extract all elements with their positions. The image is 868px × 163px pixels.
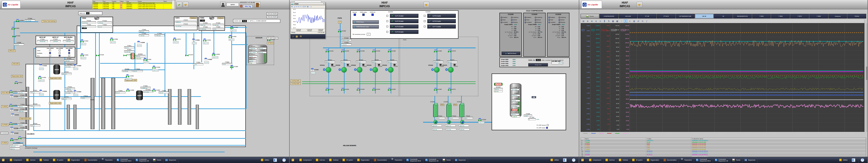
valve[interactable]: XV4399	[9, 105, 12, 107]
axis-p[interactable]: P4.0003.8003.6003.4003.2003.0002.8002.60…	[581, 23, 591, 132]
trend-toolbar-icon[interactable]: N	[641, 19, 644, 23]
taskbar-item[interactable]: Trends	[441, 157, 453, 163]
valve[interactable]: XV4527	[15, 82, 18, 84]
legend-row[interactable]: 5 TT5300 57.05 4/29/2025 12:53:21 PM	[581, 141, 866, 143]
taskbar-item[interactable]: Parameters	[679, 157, 694, 163]
vlp-enable-button[interactable]: VLP3 Enable	[390, 25, 418, 28]
trend-tool-icon[interactable]: ⊕	[296, 6, 297, 7]
valve[interactable]: CV358091.0 %	[110, 39, 113, 41]
adsorber-vessel[interactable]: A3510	[53, 90, 60, 100]
available-checkbox[interactable]	[386, 20, 388, 22]
trend-tool-icon[interactable]: ⇅	[305, 6, 306, 7]
valve[interactable]: CV35200.0 %	[39, 65, 42, 67]
legend-row[interactable]: 11 EH3484 67.00 [L] 4/29/2025 12:53:06 P…	[581, 152, 866, 154]
valve[interactable]: XV2314	[326, 89, 329, 91]
dock-icon[interactable]: ▦	[296, 35, 298, 38]
adsorber-vessel[interactable]: A3520	[53, 64, 60, 74]
vacuum-pump[interactable]: VP2320MTSH2320	[339, 66, 347, 73]
trend-legend-table[interactable]: NameY valueX value/time stamp 4 CV3482 1…	[581, 138, 866, 157]
valve[interactable]: XV2359	[388, 51, 391, 53]
taskbar-item[interactable]	[561, 157, 570, 163]
trend-tab[interactable]: PT CB	[638, 14, 656, 19]
taskbar-item[interactable]: Trends	[151, 157, 163, 163]
valve[interactable]: CV3200100.0 %	[478, 119, 482, 121]
taskbar-item[interactable]	[579, 157, 587, 163]
taskbar-item[interactable]: Compressors	[298, 157, 314, 163]
vlp-enable-button[interactable]: VLP7 Enable	[427, 25, 456, 28]
vacuum-pump[interactable]: VP2310MTSH2310	[323, 66, 332, 73]
turbine-t3590[interactable]: T3590 Turbines 1.003 ST35901533 HzPT4250…	[199, 17, 225, 31]
mecos-reset-button[interactable]: MECOS Reset	[502, 52, 520, 55]
valve[interactable]: CV35950.0 %	[204, 59, 207, 61]
legend-row[interactable]: 10 EH3543 39.00 [L] 4/29/2025 12:53:06 P…	[581, 150, 866, 152]
trend-tab[interactable]: T 3570	[790, 14, 809, 19]
trend-tool-icon[interactable]: ▣	[307, 6, 309, 7]
valve[interactable]: CV3382	[230, 66, 234, 69]
taskbar-item[interactable]: Sequences	[743, 157, 758, 163]
trend-tool-icon[interactable]: ⊕	[298, 6, 299, 7]
turbine-t3570[interactable]: T3570 Turbines ST35701598 HzPT427011.44 …	[174, 17, 197, 30]
trend-toolbar-icon[interactable]: ≡	[628, 19, 631, 23]
silence-horn-button[interactable]	[637, 2, 643, 7]
valve[interactable]: EV4506	[11, 28, 15, 30]
trend-toolbar-icon[interactable]: ‖	[624, 19, 627, 23]
valve[interactable]: XV2354	[388, 89, 391, 91]
valve[interactable]: CV23030.0 %	[311, 70, 314, 72]
legend-row[interactable]: 12 EH3587 66.20 [L] 4/29/2025 12:53:06 P…	[581, 154, 866, 156]
tab-trends[interactable]: Trends	[581, 14, 599, 19]
axis-speed[interactable]: Speed40003800360034003200300028002600240…	[600, 23, 610, 132]
valve[interactable]: XV2319	[326, 51, 329, 53]
vlp-enable-button[interactable]: VLP4 Enable	[390, 30, 418, 34]
taskbar-item[interactable]: Commands Sequences CB	[134, 157, 151, 163]
axis-p-bis[interactable]: P bis120.00115.00110.00105.00100.0095.00…	[620, 23, 630, 132]
valve[interactable]: XV2329	[341, 51, 344, 53]
heater-eh3207[interactable]	[512, 109, 518, 111]
circulation-pump[interactable]	[460, 120, 464, 124]
taskbar-item[interactable]: Commands Sequences WCS	[694, 157, 713, 163]
dock-icon[interactable]: ⚙	[300, 35, 302, 38]
trend-tab[interactable]: VACUUM	[619, 14, 638, 19]
valve[interactable]: CV35490.0 %	[137, 42, 140, 44]
trend-tab[interactable]: T 3560	[771, 14, 790, 19]
valve[interactable]: CV35290.0 %	[73, 65, 76, 67]
s600-value[interactable]: 4.8	[86, 12, 89, 14]
taskbar-item[interactable]	[0, 157, 8, 163]
valve[interactable]: XV2371	[448, 89, 451, 91]
sp-value[interactable]: 75.00	[242, 20, 247, 22]
valve[interactable]: HV3369	[123, 55, 127, 57]
valve[interactable]: HV3339	[96, 55, 99, 57]
available-checkbox[interactable]	[386, 31, 388, 33]
trend-tool-icon[interactable]: ◔	[309, 6, 310, 7]
valve[interactable]: XV4501	[10, 96, 13, 98]
valve[interactable]: XV2339	[357, 51, 360, 53]
vacuum-pump[interactable]: VP2350MTSH2350	[385, 66, 394, 73]
trend-tab[interactable]: TRASH	[847, 14, 866, 19]
trend-toolbar-icon[interactable]: ⊖	[594, 19, 598, 23]
trend-tool-icon[interactable]: ▤	[291, 6, 293, 7]
taskbar-item[interactable]: Regeneration	[355, 157, 372, 163]
valve[interactable]: EV4309	[18, 138, 21, 140]
valve[interactable]: XV4315	[11, 115, 14, 117]
vacuum-pump[interactable]: VP2340MTSH2340	[370, 66, 379, 73]
trend-toolbar-icon[interactable]: ◔	[620, 19, 623, 23]
trend-tab[interactable]: Analyseur	[828, 14, 847, 19]
pvps-command-button[interactable]: PVPS Remote Local	[352, 25, 379, 28]
trend-tool-icon[interactable]: ⊖	[300, 6, 301, 7]
available-checkbox[interactable]	[386, 15, 388, 17]
trend-toolbar-icon[interactable]: ▤	[582, 19, 585, 23]
vlp-enable-button[interactable]: VLP6 Enable	[427, 19, 456, 23]
plot-area[interactable]	[630, 23, 864, 132]
taskbar-item[interactable]: Sequences	[163, 157, 178, 163]
valve[interactable]: XV2379	[448, 51, 451, 53]
legend-row[interactable]: 6 ST3530 2003 4/29/2025 12:53:19 PM	[581, 143, 866, 145]
legend-row[interactable]: 9 ST3590 1539 4/29/2025 12:53:28 PM	[581, 148, 866, 150]
trend-toolbar-icon[interactable]: ▧	[632, 19, 636, 23]
valve[interactable]: XV2324	[341, 89, 344, 91]
taskbar-item[interactable]: 2K system	[341, 157, 355, 163]
taskbar-item[interactable]: 2K system	[51, 157, 65, 163]
valve[interactable]: CV3509100.0 %	[38, 77, 41, 79]
taskbar-item[interactable]: Cold box	[603, 157, 617, 163]
valve[interactable]: CV3556	[126, 90, 129, 92]
available-checkbox[interactable]	[424, 20, 426, 22]
vlp-enable-button[interactable]: VLP2 Enable	[390, 19, 418, 23]
